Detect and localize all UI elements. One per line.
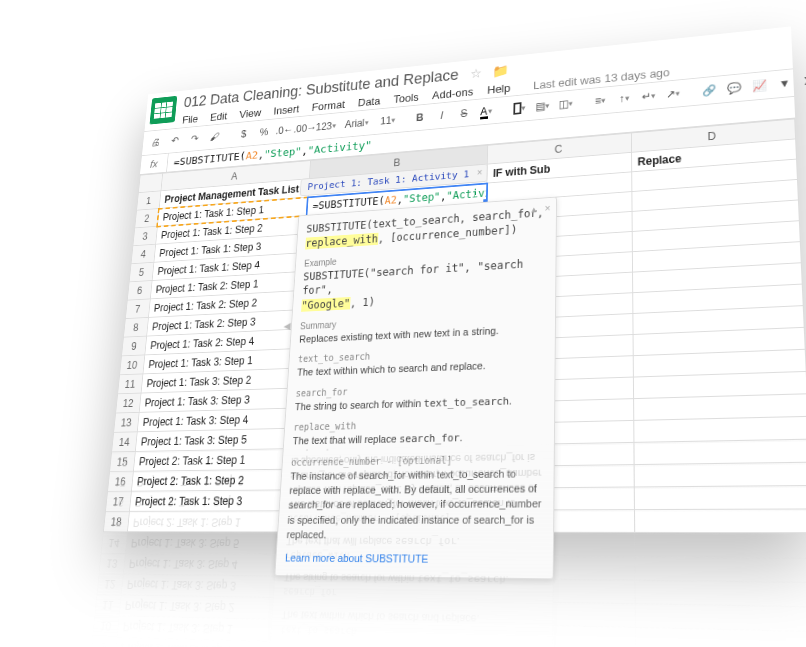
functions-button[interactable]: Σ bbox=[799, 70, 806, 92]
fill-color-button[interactable] bbox=[510, 98, 530, 118]
row-header[interactable]: 2 bbox=[135, 208, 159, 227]
filter-button[interactable]: ▼ bbox=[773, 73, 796, 95]
cell-d17[interactable] bbox=[634, 485, 806, 509]
cell-d16[interactable] bbox=[634, 462, 806, 487]
menu-file[interactable]: File bbox=[182, 113, 199, 126]
row-header[interactable]: 10 bbox=[120, 355, 145, 375]
cell-b10[interactable] bbox=[279, 620, 476, 647]
cell-a18[interactable] bbox=[127, 511, 288, 532]
row-header[interactable]: 18 bbox=[103, 511, 129, 531]
cell-a14[interactable]: Project 1: Task 3: Step 5 bbox=[135, 428, 293, 451]
menu-edit[interactable]: Edit bbox=[210, 110, 228, 123]
close-icon[interactable]: × bbox=[477, 167, 483, 178]
comment-button[interactable]: 💬 bbox=[723, 78, 745, 99]
wrap-button[interactable]: ↵ bbox=[638, 86, 659, 107]
cell-a11[interactable]: Project 1: Task 3: Step 2 bbox=[119, 595, 282, 620]
cell-d15[interactable] bbox=[634, 439, 806, 464]
menu-help[interactable]: Help bbox=[487, 82, 510, 97]
bold-button[interactable]: B bbox=[410, 108, 429, 128]
dec-inc-button[interactable]: .00→ bbox=[296, 119, 315, 138]
cell-a16[interactable]: Project 2: Task 1: Step 2 bbox=[131, 469, 290, 491]
row-header[interactable]: 17 bbox=[106, 491, 132, 511]
cell-d14[interactable] bbox=[634, 416, 806, 442]
sheets-logo-icon[interactable] bbox=[150, 96, 178, 125]
rotate-button[interactable]: ↗ bbox=[662, 83, 683, 104]
row-header[interactable]: 14 bbox=[101, 533, 127, 554]
cell-d10[interactable] bbox=[635, 628, 806, 647]
table-row: 11Project 1: Task 3: Step 2 bbox=[95, 595, 806, 632]
cell-d12[interactable] bbox=[635, 580, 806, 607]
row-header[interactable]: 13 bbox=[114, 412, 139, 432]
link-button[interactable]: 🔗 bbox=[698, 80, 720, 101]
menu-data[interactable]: Data bbox=[358, 95, 381, 109]
cell-a14[interactable]: Project 1: Task 3: Step 5 bbox=[125, 533, 286, 555]
cell-b9[interactable] bbox=[278, 642, 476, 647]
menu-tools[interactable]: Tools bbox=[393, 91, 419, 106]
menu-view[interactable]: View bbox=[239, 106, 262, 120]
chart-button[interactable]: 📈 bbox=[748, 75, 770, 96]
row-header[interactable]: 5 bbox=[129, 262, 153, 282]
borders-button[interactable]: ▤ bbox=[533, 96, 553, 116]
undo-button[interactable]: ↶ bbox=[166, 131, 184, 150]
close-icon[interactable]: × bbox=[545, 202, 551, 213]
cell-b11[interactable] bbox=[281, 598, 477, 624]
table-row: 12Project 1: Task 3: Step 3 bbox=[97, 574, 806, 607]
row-header[interactable]: 14 bbox=[112, 432, 137, 452]
currency-button[interactable]: $ bbox=[235, 125, 253, 144]
select-all-cell[interactable] bbox=[138, 173, 162, 192]
row-header[interactable]: 9 bbox=[90, 637, 116, 647]
dec-dec-button[interactable]: .0← bbox=[275, 121, 294, 140]
cell-a17[interactable]: Project 2: Task 1: Step 3 bbox=[129, 490, 289, 511]
row-header[interactable]: 7 bbox=[125, 299, 150, 319]
cell-d11[interactable] bbox=[635, 604, 806, 632]
row-header[interactable]: 15 bbox=[110, 451, 135, 471]
menu-format[interactable]: Format bbox=[311, 98, 345, 113]
text-color-button[interactable]: A bbox=[477, 101, 497, 121]
learn-more-link[interactable]: Learn more about SUBSTITUTE bbox=[285, 550, 429, 566]
row-header[interactable]: 11 bbox=[118, 374, 143, 394]
cell-a10[interactable]: Project 1: Task 3: Step 1 bbox=[117, 616, 281, 642]
collapse-handle-icon[interactable]: ◀ bbox=[283, 319, 291, 333]
menu-insert[interactable]: Insert bbox=[273, 103, 299, 117]
row-header[interactable]: 16 bbox=[108, 471, 133, 491]
row-header[interactable]: 9 bbox=[122, 336, 147, 356]
formula-help-popover: ▴ × ◀ SUBSTITUTE(text_to_search, search_… bbox=[274, 197, 557, 580]
row-header[interactable]: 13 bbox=[99, 553, 125, 574]
italic-button[interactable]: I bbox=[432, 106, 451, 126]
table-row: 10Project 1: Task 3: Step 1 bbox=[93, 615, 806, 647]
v-align-button[interactable]: ↑ bbox=[614, 88, 634, 109]
print-button[interactable]: 🖨 bbox=[147, 133, 165, 152]
redo-button[interactable]: ↷ bbox=[186, 129, 204, 148]
row-header[interactable]: 6 bbox=[127, 281, 151, 301]
cell-d14[interactable] bbox=[635, 534, 806, 558]
cell-c11[interactable] bbox=[476, 601, 635, 627]
chevron-up-icon[interactable]: ▴ bbox=[531, 203, 537, 214]
cell-a15[interactable]: Project 2: Task 1: Step 1 bbox=[133, 449, 292, 472]
folder-icon[interactable]: 📁 bbox=[493, 63, 510, 79]
row-header[interactable]: 12 bbox=[116, 393, 141, 413]
font-size-select[interactable]: 11 bbox=[378, 111, 397, 131]
star-icon[interactable]: ☆ bbox=[470, 66, 482, 81]
cell-a9[interactable]: Project 1: Task 2: Step 4 bbox=[115, 637, 280, 647]
percent-button[interactable]: % bbox=[255, 123, 274, 142]
row-header[interactable]: 8 bbox=[124, 317, 149, 337]
row-header[interactable]: 4 bbox=[131, 244, 155, 264]
cell-d18[interactable] bbox=[634, 509, 806, 533]
row-header[interactable]: 12 bbox=[97, 574, 123, 595]
row-header[interactable]: 10 bbox=[93, 615, 119, 637]
row-header[interactable]: 1 bbox=[137, 191, 161, 210]
font-select[interactable]: Arial bbox=[347, 114, 366, 134]
row-header[interactable]: 11 bbox=[95, 595, 121, 616]
cell-c10[interactable] bbox=[476, 624, 636, 647]
h-align-button[interactable]: ≡ bbox=[590, 90, 610, 111]
num-format-button[interactable]: 123 bbox=[316, 117, 335, 136]
merge-button[interactable]: ◫ bbox=[556, 94, 576, 115]
row-header[interactable]: 3 bbox=[133, 226, 157, 245]
cell-c12[interactable] bbox=[477, 578, 635, 603]
cell-d13[interactable] bbox=[635, 557, 806, 582]
strike-button[interactable]: S bbox=[454, 103, 473, 123]
paint-format-button[interactable]: 🖌 bbox=[205, 127, 223, 146]
cell-b12[interactable] bbox=[282, 576, 477, 601]
cell-a12[interactable]: Project 1: Task 3: Step 3 bbox=[121, 574, 284, 598]
cell-a13[interactable]: Project 1: Task 3: Step 4 bbox=[123, 553, 285, 576]
